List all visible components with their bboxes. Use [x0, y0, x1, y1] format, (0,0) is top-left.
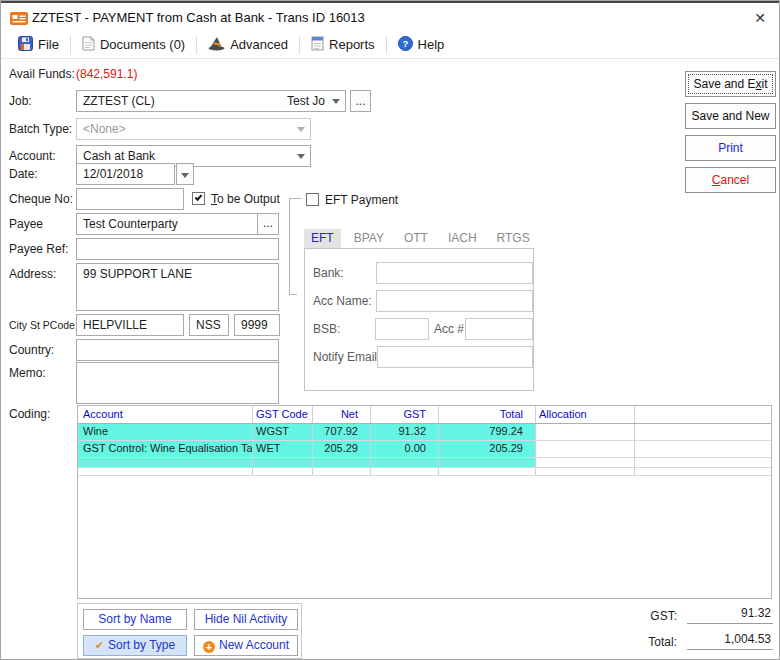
sort-by-type-button[interactable]: ✔Sort by Type [83, 635, 187, 656]
header-account[interactable]: Account [78, 406, 252, 423]
job-combobox[interactable]: ZZTEST (CL) Test Jo [76, 90, 346, 112]
city-input[interactable]: HELPVILLE [76, 314, 184, 336]
cell-allocation [535, 440, 634, 457]
address-textarea[interactable]: 99 SUPPORT LANE [76, 263, 279, 311]
avail-funds-label: Avail Funds: [9, 67, 75, 81]
avail-funds-value: (842,591.1) [76, 67, 137, 81]
bank-input[interactable] [376, 262, 533, 284]
cell-gst: 91.32 [370, 423, 438, 440]
eft-groupbox-border [289, 198, 302, 294]
save-and-exit-button[interactable]: Save and Exit [685, 71, 776, 97]
toolbar-separator [299, 36, 300, 54]
notify-email-input[interactable] [377, 346, 533, 368]
table-gridline [78, 457, 771, 458]
job-browse-button[interactable]: ... [350, 90, 371, 112]
date-label: Date: [9, 167, 38, 181]
chevron-down-icon [297, 127, 305, 132]
payee-ref-label: Payee Ref: [9, 242, 68, 256]
grand-total-value: 1,004.53 [687, 630, 773, 650]
eft-groupbox-border [289, 294, 297, 295]
to-be-output-label: To be Output [211, 192, 280, 206]
file-menu[interactable]: File [9, 33, 68, 57]
date-input[interactable]: 12/01/2018 [76, 163, 175, 185]
header-gst-code[interactable]: GST Code [252, 406, 312, 423]
toolbar-separator [386, 36, 387, 54]
payee-input[interactable]: Test Counterparty ... [76, 213, 279, 235]
sort-buttons-group: Sort by Name Hide Nil Activity ✔Sort by … [77, 603, 302, 659]
tab-ott[interactable]: OTT [397, 229, 435, 248]
advanced-menu-label: Advanced [230, 37, 288, 52]
memo-textarea[interactable] [76, 362, 279, 404]
cancel-button[interactable]: Cancel [685, 167, 776, 193]
new-account-button[interactable]: +New Account [194, 635, 298, 656]
memo-label: Memo: [9, 366, 46, 380]
table-gridline [78, 467, 771, 468]
acc-name-input[interactable] [376, 290, 533, 312]
documents-menu[interactable]: Documents (0) [73, 33, 194, 57]
tab-rtgs[interactable]: RTGS [490, 229, 537, 248]
toolbar: File Documents (0) Advanced Reports ? He… [1, 31, 780, 59]
documents-menu-label: Documents (0) [100, 37, 185, 52]
reports-menu[interactable]: Reports [302, 33, 384, 57]
country-label: Country: [9, 343, 54, 357]
header-net[interactable]: Net [312, 406, 370, 423]
table-row[interactable]: Wine WGST 707.92 91.32 799.24 [78, 423, 771, 440]
close-icon[interactable]: ✕ [747, 7, 773, 29]
save-and-new-button[interactable]: Save and New [685, 103, 776, 129]
coding-table: Account GST Code Net GST Total Allocatio… [77, 405, 772, 599]
payee-browse-button[interactable]: ... [257, 214, 278, 234]
acc-name-label: Acc Name: [313, 294, 372, 308]
country-input[interactable] [76, 339, 279, 361]
header-allocation[interactable]: Allocation [535, 406, 634, 423]
tab-bpay[interactable]: BPAY [347, 229, 391, 248]
cell-total: 205.29 [438, 440, 535, 457]
cell-gst-code: WGST [252, 423, 312, 440]
job-value: ZZTEST (CL) [83, 94, 155, 108]
acc-no-input[interactable] [465, 318, 533, 340]
chevron-down-icon[interactable] [297, 154, 305, 159]
svg-text:?: ? [402, 38, 408, 49]
state-input[interactable]: NSS [189, 314, 229, 336]
print-button[interactable]: Print [685, 135, 776, 161]
bsb-input[interactable] [375, 318, 429, 340]
payee-ref-input[interactable] [76, 238, 279, 260]
account-label: Account: [9, 149, 56, 163]
cheque-icon [10, 12, 28, 28]
save-floppy-icon [18, 36, 33, 54]
chevron-down-icon [181, 173, 189, 178]
header-gst[interactable]: GST [370, 406, 438, 423]
empty-highlight-row [78, 457, 535, 467]
cheque-no-input[interactable] [76, 188, 184, 210]
help-menu[interactable]: ? Help [389, 33, 454, 57]
tab-eft[interactable]: EFT [304, 229, 341, 248]
grand-total-label: Total: [621, 635, 677, 649]
pcode-input[interactable]: 9999 [234, 314, 280, 336]
hide-nil-activity-button[interactable]: Hide Nil Activity [194, 609, 298, 630]
header-total[interactable]: Total [438, 406, 535, 423]
toolbar-separator [70, 36, 71, 54]
city-st-pcode-label: City St PCode: [9, 319, 78, 331]
document-icon [82, 36, 95, 54]
gst-total-label: GST: [621, 609, 677, 623]
cheque-no-label: Cheque No: [9, 192, 73, 206]
table-row-empty[interactable] [78, 457, 771, 467]
sort-by-name-button[interactable]: Sort by Name [83, 609, 187, 630]
window-title: ZZTEST - PAYMENT from Cash at Bank - Tra… [32, 10, 365, 25]
help-icon: ? [398, 36, 413, 54]
cell-net: 205.29 [312, 440, 370, 457]
eft-payment-checkbox[interactable] [306, 193, 319, 206]
chevron-down-icon[interactable] [332, 99, 340, 104]
cell-account: Wine [78, 423, 252, 440]
checkmark-icon [195, 193, 203, 201]
date-dropdown-button[interactable] [176, 163, 194, 185]
to-be-output-checkbox[interactable] [192, 192, 205, 205]
table-header-row: Account GST Code Net GST Total Allocatio… [78, 406, 771, 423]
cell-account: GST Control: Wine Equalisation Tax [78, 440, 252, 457]
advanced-menu[interactable]: Advanced [199, 33, 297, 57]
file-menu-label: File [38, 37, 59, 52]
account-value: Cash at Bank [83, 149, 155, 163]
bsb-label: BSB: [313, 322, 340, 336]
tab-iach[interactable]: IACH [441, 229, 484, 248]
table-row[interactable]: GST Control: Wine Equalisation Tax WET 2… [78, 440, 771, 457]
notify-email-label: Notify Email: [313, 350, 380, 364]
